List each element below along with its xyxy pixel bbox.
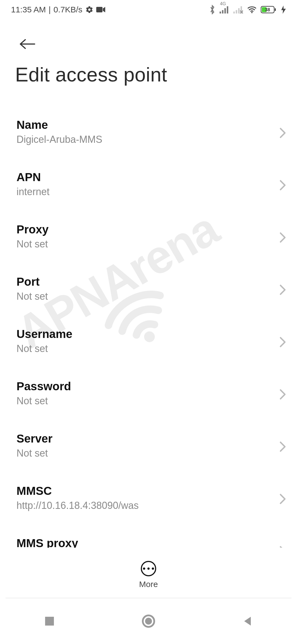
svg-rect-1 bbox=[220, 12, 221, 13]
more-button[interactable]: More bbox=[0, 552, 297, 598]
nav-recents-button[interactable] bbox=[41, 613, 58, 629]
row-value: http://10.16.18.4:38090/was bbox=[16, 500, 280, 511]
row-mmsc[interactable]: MMSC http://10.16.18.4:38090/was bbox=[0, 473, 297, 526]
svg-rect-17 bbox=[45, 617, 54, 626]
row-label: APN bbox=[16, 171, 280, 184]
row-label: Proxy bbox=[16, 223, 280, 236]
chevron-right-icon bbox=[279, 337, 286, 349]
triangle-left-icon bbox=[242, 616, 253, 627]
svg-point-19 bbox=[145, 618, 152, 625]
svg-rect-13 bbox=[275, 8, 276, 11]
row-label: MMS proxy bbox=[16, 537, 280, 548]
status-right: 4G 38 bbox=[209, 5, 286, 15]
status-bar: 11:35 AM | 0.7KB/s 4G 38 bbox=[0, 0, 297, 19]
battery-pct-text: 38 bbox=[265, 7, 270, 12]
wifi-icon bbox=[247, 6, 257, 14]
row-label: Server bbox=[16, 432, 280, 445]
more-icon bbox=[141, 561, 156, 576]
page-title: Edit access point bbox=[15, 63, 167, 86]
row-label: Password bbox=[16, 380, 280, 393]
charging-icon bbox=[281, 6, 286, 14]
svg-rect-6 bbox=[236, 10, 237, 13]
nav-bar bbox=[0, 598, 297, 644]
nav-home-button[interactable] bbox=[140, 613, 157, 629]
row-mms-proxy[interactable]: MMS proxy 10.16.18.77 bbox=[0, 526, 297, 548]
square-icon bbox=[44, 616, 55, 627]
row-value: Not set bbox=[16, 447, 280, 459]
row-value: Not set bbox=[16, 291, 280, 302]
status-sep: | bbox=[49, 5, 51, 14]
row-value: Not set bbox=[16, 395, 280, 407]
signal-4g-icon: 4G bbox=[219, 6, 229, 13]
gear-icon bbox=[85, 6, 94, 14]
battery-icon: 38 bbox=[261, 6, 277, 14]
chevron-right-icon bbox=[279, 232, 286, 244]
nav-back-button[interactable] bbox=[239, 613, 256, 629]
chevron-right-icon bbox=[279, 546, 286, 548]
row-apn[interactable]: APN internet bbox=[0, 160, 297, 212]
bluetooth-icon bbox=[209, 5, 216, 15]
status-time: 11:35 AM bbox=[11, 5, 46, 14]
svg-point-11 bbox=[251, 12, 253, 13]
chevron-right-icon bbox=[279, 180, 286, 192]
row-port[interactable]: Port Not set bbox=[0, 264, 297, 316]
svg-rect-3 bbox=[224, 8, 226, 13]
svg-rect-7 bbox=[238, 8, 240, 13]
status-speed: 0.7KB/s bbox=[54, 5, 82, 14]
svg-rect-2 bbox=[222, 10, 223, 13]
row-username[interactable]: Username Not set bbox=[0, 316, 297, 369]
row-server[interactable]: Server Not set bbox=[0, 421, 297, 473]
row-label: Port bbox=[16, 275, 280, 288]
row-value: Not set bbox=[16, 238, 280, 250]
status-left: 11:35 AM | 0.7KB/s bbox=[11, 5, 106, 14]
chevron-right-icon bbox=[279, 284, 286, 296]
circle-icon bbox=[142, 614, 155, 628]
back-button[interactable] bbox=[16, 33, 38, 55]
svg-rect-5 bbox=[233, 12, 235, 13]
row-value: Not set bbox=[16, 343, 280, 354]
row-label: Username bbox=[16, 328, 280, 341]
row-password[interactable]: Password Not set bbox=[0, 369, 297, 421]
chevron-right-icon bbox=[279, 493, 286, 506]
chevron-right-icon bbox=[279, 441, 286, 453]
arrow-left-icon bbox=[19, 38, 36, 50]
row-value: Digicel-Aruba-MMS bbox=[16, 134, 280, 145]
signal-nosim-icon bbox=[233, 6, 243, 13]
row-name[interactable]: Name Digicel-Aruba-MMS bbox=[0, 107, 297, 160]
chevron-right-icon bbox=[279, 389, 286, 401]
row-proxy[interactable]: Proxy Not set bbox=[0, 212, 297, 264]
chevron-right-icon bbox=[279, 127, 286, 140]
settings-list: Name Digicel-Aruba-MMS APN internet Prox… bbox=[0, 107, 297, 548]
camera-icon bbox=[96, 6, 106, 13]
svg-rect-4 bbox=[227, 6, 228, 13]
net-tag: 4G bbox=[220, 1, 226, 6]
more-label: More bbox=[139, 580, 158, 589]
row-value: internet bbox=[16, 186, 280, 198]
svg-rect-0 bbox=[96, 7, 103, 12]
row-label: MMSC bbox=[16, 484, 280, 498]
row-label: Name bbox=[16, 118, 280, 132]
